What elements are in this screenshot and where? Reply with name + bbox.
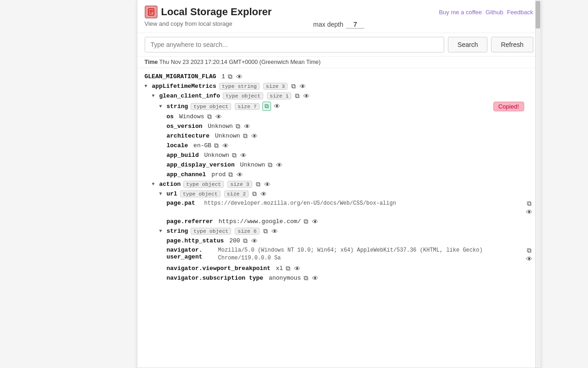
svg-rect-2 bbox=[149, 12, 153, 12]
size-tag: size 2 bbox=[224, 190, 249, 197]
copy-btn[interactable]: ⧉ bbox=[255, 180, 261, 188]
eye-btn[interactable]: 👁 bbox=[525, 208, 533, 216]
key-string2: string bbox=[167, 228, 188, 235]
val-appbuild: Unknown bbox=[201, 152, 229, 159]
copy-btn[interactable]: ⧉ bbox=[251, 190, 258, 198]
copy-btn[interactable]: ⧉ bbox=[213, 142, 220, 150]
tree-row: architecture Unknown ⧉ 👁 bbox=[167, 131, 533, 141]
key-viewport: navigator.viewport_breakpoint bbox=[167, 265, 271, 272]
copy-btn[interactable]: ⧉ bbox=[242, 132, 249, 140]
copy-btn[interactable]: ⧉ bbox=[242, 237, 249, 245]
eye-btn[interactable]: 👁 bbox=[260, 190, 268, 198]
type-tag: type string bbox=[219, 83, 260, 90]
eye-btn[interactable]: 👁 bbox=[302, 92, 311, 100]
chevron-icon[interactable]: ▼ bbox=[145, 84, 150, 89]
icon-col: ⧉ 👁 bbox=[525, 247, 533, 263]
tree-row: navigator.subscription type anonymous ⧉ … bbox=[167, 273, 533, 283]
eye-btn[interactable]: 👁 bbox=[236, 171, 244, 178]
time-label: Time bbox=[145, 59, 158, 65]
copy-btn[interactable]: ⧉ bbox=[303, 218, 309, 225]
tree-row: os_version Unknown ⧉ 👁 bbox=[167, 121, 533, 131]
copied-badge: Copied! bbox=[493, 102, 524, 111]
val-glean-migration: 1 bbox=[218, 73, 226, 80]
eye-btn[interactable]: 👁 bbox=[221, 142, 230, 150]
copy-btn[interactable]: ⧉ bbox=[262, 102, 271, 111]
title-area: Local Storage Explorer bbox=[145, 6, 272, 18]
copy-btn[interactable]: ⧉ bbox=[294, 92, 300, 100]
copy-btn[interactable]: ⧉ bbox=[267, 161, 273, 169]
copy-btn[interactable]: ⧉ bbox=[525, 247, 533, 254]
eye-btn[interactable]: 👁 bbox=[311, 275, 319, 282]
tree-row: navigator.viewport_breakpoint xl ⧉ 👁 bbox=[167, 264, 533, 273]
eye-btn[interactable]: 👁 bbox=[293, 265, 301, 272]
eye-btn[interactable]: 👁 bbox=[243, 123, 251, 130]
tree-row: app_display_version Unknown ⧉ 👁 bbox=[167, 160, 533, 170]
time-value: Thu Nov 23 2023 17:20:14 GMT+0000 (Green… bbox=[159, 59, 321, 65]
tree-content: GLEAN_MIGRATION_FLAG 1 ⧉ 👁 ▼ appLifetime… bbox=[137, 68, 541, 287]
key-appdisplay: app_display_version bbox=[167, 161, 235, 168]
copy-btn[interactable]: ⧉ bbox=[227, 171, 234, 178]
search-button[interactable]: Search bbox=[448, 37, 487, 52]
val-subscription: anonymous bbox=[265, 275, 301, 282]
eye-btn[interactable]: 👁 bbox=[250, 237, 259, 245]
eye-btn[interactable]: 👁 bbox=[250, 132, 259, 140]
tree-row: app_build Unknown ⧉ 👁 bbox=[167, 150, 533, 160]
tree-row: ▼ action type object size 3 ⧉ 👁 bbox=[152, 179, 533, 189]
header-top: Local Storage Explorer max depth Buy me … bbox=[145, 6, 533, 18]
eye-btn[interactable]: 👁 bbox=[263, 181, 271, 188]
scrollbar[interactable] bbox=[535, 0, 541, 368]
scrollbar-thumb[interactable] bbox=[536, 1, 540, 29]
chevron-icon[interactable]: ▼ bbox=[159, 191, 165, 196]
tree-row: app_channel prod ⧉ 👁 bbox=[167, 170, 533, 179]
header: Local Storage Explorer max depth Buy me … bbox=[137, 0, 541, 33]
github-link[interactable]: Github bbox=[486, 9, 503, 16]
copy-btn[interactable]: ⧉ bbox=[285, 264, 291, 272]
copy-btn[interactable]: ⧉ bbox=[525, 200, 533, 207]
eye-btn[interactable]: 👁 bbox=[275, 161, 283, 169]
eye-btn[interactable]: 👁 bbox=[311, 218, 319, 225]
eye-btn[interactable]: 👁 bbox=[299, 83, 307, 90]
key-glean-client: glean_client_info bbox=[159, 92, 220, 99]
copy-btn[interactable]: ⧉ bbox=[206, 113, 213, 121]
eye-btn[interactable]: 👁 bbox=[235, 73, 243, 80]
tree-row: page.pat https://developer.mozilla.org/e… bbox=[167, 199, 533, 217]
val-locale: en-GB bbox=[190, 142, 211, 149]
header-links: Buy me a coffee Github Feedback bbox=[439, 9, 533, 16]
max-depth-input[interactable] bbox=[346, 20, 364, 29]
search-input[interactable] bbox=[145, 37, 445, 52]
key-appbuild: app_build bbox=[167, 152, 199, 159]
chevron-icon[interactable]: ▼ bbox=[159, 229, 165, 234]
copy-btn[interactable]: ⧉ bbox=[227, 73, 233, 80]
eye-btn[interactable]: 👁 bbox=[271, 228, 279, 235]
copy-btn[interactable]: ⧉ bbox=[290, 82, 297, 90]
eye-btn[interactable]: 👁 bbox=[273, 103, 281, 110]
search-row: Search Refresh bbox=[137, 33, 541, 57]
copy-btn[interactable]: ⧉ bbox=[303, 274, 309, 282]
val-appdisplay: Unknown bbox=[237, 161, 265, 168]
copy-btn[interactable]: ⧉ bbox=[262, 227, 269, 235]
key-glean-migration: GLEAN_MIGRATION_FLAG bbox=[145, 73, 216, 80]
chevron-icon[interactable]: ▼ bbox=[152, 182, 158, 187]
copy-btn[interactable]: ⧉ bbox=[231, 151, 237, 159]
max-depth-control: max depth bbox=[313, 20, 364, 29]
val-pagepat: https://developer.mozilla.org/en-US/docs… bbox=[204, 200, 396, 207]
eye-btn[interactable]: 👁 bbox=[215, 113, 223, 121]
refresh-button[interactable]: Refresh bbox=[491, 37, 533, 52]
tree-row: navigator. user_agent Mozilla/5.0 (Windo… bbox=[167, 246, 533, 264]
chevron-icon[interactable]: ▼ bbox=[152, 93, 158, 98]
size-tag: size 7 bbox=[235, 103, 259, 110]
key-osver: os_version bbox=[167, 123, 203, 130]
key-pagereferrer: page.referrer bbox=[167, 218, 213, 225]
chevron-icon[interactable]: ▼ bbox=[159, 104, 165, 109]
feedback-link[interactable]: Feedback bbox=[507, 9, 533, 16]
val-osver: Unknown bbox=[204, 123, 233, 130]
size-tag: size 6 bbox=[235, 228, 259, 235]
coffee-link[interactable]: Buy me a coffee bbox=[439, 9, 482, 16]
key-appchannel: app_channel bbox=[167, 171, 206, 178]
val-arch: Unknown bbox=[211, 132, 240, 139]
eye-btn[interactable]: 👁 bbox=[239, 152, 248, 159]
copy-btn[interactable]: ⧉ bbox=[235, 122, 241, 130]
size-tag: size 1 bbox=[267, 92, 291, 99]
app-title: Local Storage Explorer bbox=[161, 6, 272, 18]
eye-btn[interactable]: 👁 bbox=[525, 255, 533, 263]
